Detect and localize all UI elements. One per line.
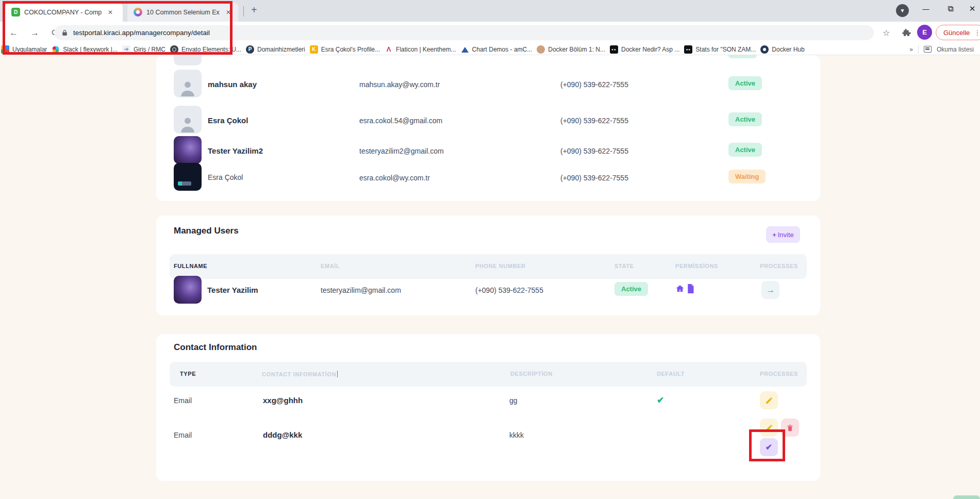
annotation-box-browser-chrome [3,1,232,55]
user-phone: (+090) 539-622-7555 [560,80,628,89]
avatar-placeholder [174,106,202,134]
text-cursor [337,371,338,377]
p-circle-icon: P [246,45,254,54]
bookmark-docker-bolum[interactable]: Docker Bölüm 1: N... [537,45,605,54]
document-permission-icon [687,284,694,293]
contact-value: xxg@ghhh [263,396,303,405]
avatar-placeholder [174,70,202,97]
bookmark-star-icon[interactable]: ☆ [883,28,890,38]
user-email: esra.cokol.54@gmail.com [359,117,442,125]
contact-type: Email [174,396,192,405]
video-icon: ●● [610,45,618,54]
col-description: DESCRİPTİON [510,371,553,377]
avatar-photo [174,276,202,304]
bookmark-label: Chart Demos - amC... [472,46,533,53]
status-badge: Active [728,143,762,157]
company-users-card: mahsun akay mahsun.akay@wy.com.tr (+090)… [156,55,820,201]
avatar-photo [174,136,202,164]
user-email: mahsun.akay@wy.com.tr [359,80,440,89]
col-phone: PHONE NUMBER [475,263,526,269]
divider [918,45,919,54]
update-label: Güncelle [943,29,970,37]
browser-window: D COKOLCOMPANY - Company De ✕ 10 Common … [0,0,980,499]
new-tab-button[interactable]: + [251,4,257,16]
user-name: Esra Çokol [208,116,248,125]
table-header: FULLNAME EMAİL PHONE NUMBER STATE PERMİS… [170,254,807,279]
bookmark-profile[interactable]: KEsra Çokol's Profile... [310,45,380,54]
plus-icon: + [772,231,776,239]
docker-hub-icon [760,45,769,54]
kebab-menu-icon[interactable]: ⋮ [974,29,980,37]
col-default: DEFAULT [657,371,685,377]
reading-list-button[interactable]: Okuma listesi [937,46,974,53]
bookmark-label: Docker Bölüm 1: N... [548,46,605,53]
invite-button[interactable]: + Invite [766,226,800,243]
col-type: TYPE [180,371,196,377]
managed-user-name: Tester Yazilim [207,286,258,294]
col-permissions: PERMİSSİONS [675,263,718,269]
reading-list-icon [924,46,932,53]
user-name: Tester Yazilim2 [208,146,263,155]
user-phone: (+090) 539-622-7555 [560,174,628,182]
user-name: mahsun akay [208,80,257,89]
minimize-button[interactable]: — [916,0,936,18]
bookmark-stats[interactable]: ●●Stats for "SON ZAM... [684,45,756,54]
annotation-box-confirm-button [749,429,785,461]
toast-peek [953,495,980,499]
window-close-button[interactable]: ✕ [962,0,980,18]
extensions-puzzle-icon[interactable] [902,28,911,37]
contact-description: kkkk [509,431,524,439]
edit-icon [765,396,773,405]
col-processes: PROCESSES [760,371,798,377]
col-contact-info: CONTACT INFORMATİON [262,371,338,377]
bookmark-label: Stats for "SON ZAM... [695,46,756,53]
bookmark-label: Docker Nedir? Asp ... [621,46,679,53]
video-icon: ●● [684,45,692,54]
home-permission-icon [675,284,685,293]
contact-description: gg [509,396,518,405]
bookmarks-overflow-chevron[interactable]: » [909,46,913,53]
contact-information-card: Contact Information TYPE CONTACT INFORMA… [156,334,820,481]
bookmark-docker-hub[interactable]: Docker Hub [760,45,804,54]
bookmarks-right-group: » Okuma listesi [909,45,980,54]
status-badge-cropped [728,55,757,58]
managed-users-card: Managed Users + Invite FULLNAME EMAİL PH… [156,215,820,315]
default-check-icon: ✔ [657,395,664,406]
avatar-logo [174,163,202,191]
table-header: TYPE CONTACT INFORMATİON DESCRİPTİON DEF… [170,362,807,387]
status-badge: Active [728,112,762,126]
invite-label: Invite [778,231,794,239]
tab-separator [243,6,244,16]
contact-value: dddg@kkk [263,430,302,439]
managed-user-phone: (+090) 539-622-7555 [475,286,543,294]
avatar-cropped [174,55,202,65]
bookmark-label: Domainhizmetleri [257,46,305,53]
bookmark-label: Esra Çokol's Profile... [321,46,380,53]
section-title: Managed Users [174,226,239,236]
trash-icon [786,424,794,432]
status-badge: Waiting [728,170,766,184]
col-fullname: FULLNAME [174,263,207,269]
col-processes: PROCESSES [760,263,798,269]
user-name: Esra Çokol [208,173,243,181]
bookmark-flaticon[interactable]: ΛFlaticon | Keenthem... [385,45,456,54]
user-phone: (+090) 539-622-7555 [560,147,628,155]
profile-chevron-icon[interactable]: ▼ [896,4,909,17]
bookmark-chart-demos[interactable]: Chart Demos - amC... [461,45,533,54]
contact-type: Email [174,431,192,439]
profile-avatar[interactable]: E [917,25,932,40]
col-email: EMAİL [321,263,340,269]
flaticon-icon: Λ [385,45,393,54]
managed-user-email: testeryazilim@gmail.com [321,286,401,294]
section-title: Contact Information [174,342,257,353]
open-processes-button[interactable]: → [761,281,779,299]
restore-button[interactable]: ⧉ [940,0,961,18]
user-email: esra.cokol@wy.com.tr [359,174,430,182]
status-badge: Active [728,76,762,90]
bookmark-domain[interactable]: PDomainhizmetleri [246,45,305,54]
bookmark-docker-nedir[interactable]: ●●Docker Nedir? Asp ... [610,45,679,54]
update-chrome-button[interactable]: Güncelle ⋮ [936,25,980,40]
status-badge: Active [614,282,648,296]
col-state: STATE [614,263,634,269]
edit-contact-button[interactable] [760,391,778,409]
